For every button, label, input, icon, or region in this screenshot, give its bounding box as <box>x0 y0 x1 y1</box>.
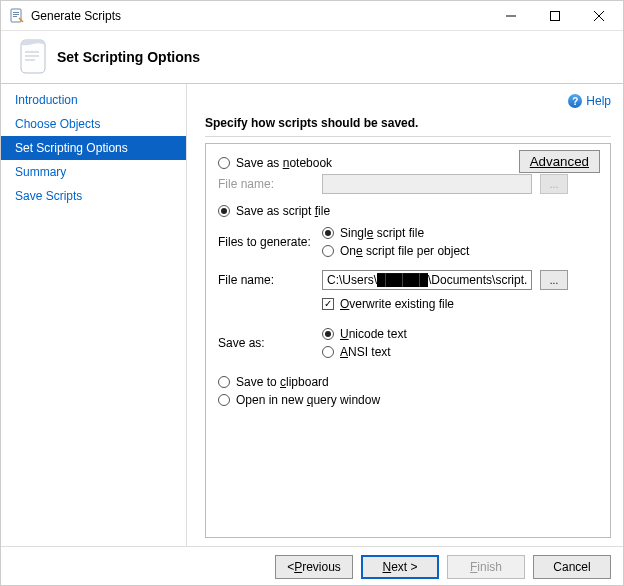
nav-introduction[interactable]: Introduction <box>1 88 186 112</box>
notebook-filename-label: File name: <box>218 177 314 191</box>
script-icon <box>15 39 47 75</box>
window-title: Generate Scripts <box>31 9 489 23</box>
help-link[interactable]: Help <box>586 94 611 108</box>
nav-summary[interactable]: Summary <box>1 160 186 184</box>
svg-line-6 <box>594 11 604 21</box>
radio-unicode-text[interactable]: Unicode text <box>322 327 407 341</box>
app-icon <box>9 8 25 24</box>
radio-single-script-file[interactable]: Single script file <box>322 226 469 240</box>
svg-line-7 <box>594 11 604 21</box>
radio-save-to-clipboard[interactable]: Save to clipboard <box>218 375 598 389</box>
notebook-browse-button: ... <box>540 174 568 194</box>
wizard-nav: Introduction Choose Objects Set Scriptin… <box>1 84 187 546</box>
wizard-footer: < Previous Next > Finish Cancel <box>1 546 623 586</box>
svg-rect-2 <box>13 14 19 15</box>
radio-one-file-per-object-label: One script file per object <box>340 244 469 258</box>
filename-label: File name: <box>218 273 314 287</box>
radio-save-as-script-file[interactable]: Save as script file <box>218 204 598 218</box>
radio-ansi-text-label: ANSI text <box>340 345 391 359</box>
save-as-label: Save as: <box>218 336 314 350</box>
radio-open-new-query-label: Open in new query window <box>236 393 380 407</box>
previous-button[interactable]: < Previous <box>275 555 353 579</box>
radio-save-as-script-file-label: Save as script file <box>236 204 330 218</box>
svg-rect-5 <box>551 11 560 20</box>
radio-one-file-per-object[interactable]: One script file per object <box>322 244 469 258</box>
checkbox-overwrite[interactable]: Overwrite existing file <box>322 297 454 311</box>
nav-set-scripting-options[interactable]: Set Scripting Options <box>1 136 186 160</box>
nav-choose-objects[interactable]: Choose Objects <box>1 112 186 136</box>
svg-rect-1 <box>13 12 19 13</box>
advanced-button[interactable]: Advanced <box>519 150 600 173</box>
radio-open-new-query[interactable]: Open in new query window <box>218 393 598 407</box>
files-to-generate-label: Files to generate: <box>218 235 314 249</box>
title-bar: Generate Scripts <box>1 1 623 31</box>
page-title: Set Scripting Options <box>57 49 200 65</box>
nav-save-scripts[interactable]: Save Scripts <box>1 184 186 208</box>
finish-button: Finish <box>447 555 525 579</box>
svg-rect-3 <box>13 16 17 17</box>
svg-rect-0 <box>11 9 21 22</box>
instruction-label: Specify how scripts should be saved. <box>205 116 611 130</box>
checkbox-overwrite-label: Overwrite existing file <box>340 297 454 311</box>
minimize-button[interactable] <box>489 2 533 30</box>
radio-single-script-file-label: Single script file <box>340 226 424 240</box>
notebook-filename-input <box>322 174 532 194</box>
divider <box>205 136 611 137</box>
help-icon: ? <box>568 94 582 108</box>
content-pane: ? Help Specify how scripts should be sav… <box>187 84 623 546</box>
maximize-button[interactable] <box>533 2 577 30</box>
radio-save-to-clipboard-label: Save to clipboard <box>236 375 329 389</box>
next-button[interactable]: Next > <box>361 555 439 579</box>
wizard-header: Set Scripting Options <box>1 31 623 84</box>
radio-save-as-notebook-label: Save as notebook <box>236 156 332 170</box>
browse-button[interactable]: ... <box>540 270 568 290</box>
radio-unicode-text-label: Unicode text <box>340 327 407 341</box>
radio-ansi-text[interactable]: ANSI text <box>322 345 407 359</box>
filename-input[interactable] <box>322 270 532 290</box>
cancel-button[interactable]: Cancel <box>533 555 611 579</box>
close-button[interactable] <box>577 2 621 30</box>
options-group: Advanced Save as notebook File name: ...… <box>205 143 611 538</box>
window-buttons <box>489 2 621 30</box>
